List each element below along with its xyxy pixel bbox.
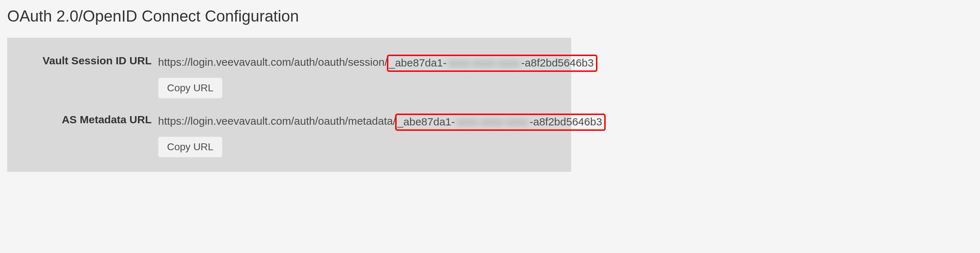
config-label: AS Metadata URL — [22, 113, 158, 126]
highlighted-id: _abe87da1-xxxx-xxxx-xxxx-a8f2bd5646b3 — [387, 55, 597, 72]
url-value: https://login.veevavault.com/auth/oauth/… — [158, 113, 606, 130]
config-row-vault-session-id-url: Vault Session ID URL https://login.veeva… — [22, 54, 557, 99]
config-row-as-metadata-url: AS Metadata URL https://login.veevavault… — [22, 113, 557, 158]
config-value: https://login.veevavault.com/auth/oauth/… — [158, 113, 606, 158]
copy-url-button[interactable]: Copy URL — [158, 137, 223, 158]
config-label: Vault Session ID URL — [22, 54, 158, 67]
id-trailing: -a8f2bd5646b3 — [521, 57, 594, 69]
url-prefix: https://login.veevavault.com/auth/oauth/… — [158, 115, 396, 127]
url-prefix: https://login.veevavault.com/auth/oauth/… — [158, 56, 388, 68]
id-leading: _abe87da1- — [397, 116, 455, 128]
page-title: OAuth 2.0/OpenID Connect Configuration — [7, 7, 973, 25]
config-value: https://login.veevavault.com/auth/oauth/… — [158, 54, 597, 99]
id-trailing: -a8f2bd5646b3 — [530, 116, 602, 128]
id-redacted: xxxx-xxxx-xxxx — [456, 116, 528, 128]
url-value: https://login.veevavault.com/auth/oauth/… — [158, 54, 597, 71]
config-panel: Vault Session ID URL https://login.veeva… — [7, 38, 571, 172]
copy-url-button[interactable]: Copy URL — [158, 78, 223, 99]
id-redacted: xxxx-xxxx-xxxx — [448, 57, 520, 69]
highlighted-id: _abe87da1-xxxx-xxxx-xxxx-a8f2bd5646b3 — [395, 113, 606, 131]
id-leading: _abe87da1- — [389, 57, 447, 69]
